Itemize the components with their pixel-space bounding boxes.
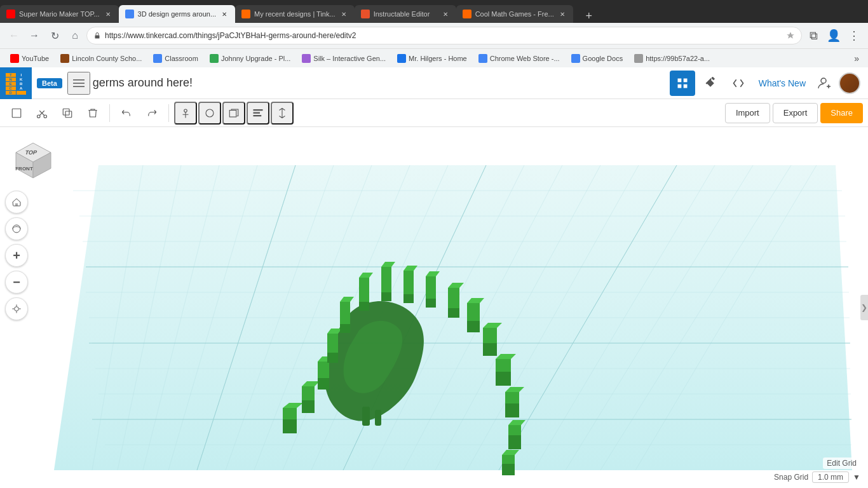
- svg-rect-2: [73, 83, 85, 84]
- tab-close-icon[interactable]: ✕: [558, 10, 567, 18]
- reload-button[interactable]: ↻: [46, 27, 64, 44]
- tab-tinkercad[interactable]: 3D design germs aroun... ✕: [119, 5, 236, 23]
- svg-rect-5: [683, 78, 687, 82]
- zoom-in-button[interactable]: +: [5, 244, 28, 267]
- tab-instructable[interactable]: Instructable Editor ✕: [355, 5, 456, 23]
- menu-icon[interactable]: ⋮: [845, 27, 863, 44]
- bookmark-hilgers[interactable]: Mr. Hilgers - Home: [392, 53, 472, 64]
- bookmark-gdocs[interactable]: Google Docs: [566, 53, 628, 64]
- cut-icon: [36, 107, 48, 119]
- star-icon[interactable]: [786, 31, 795, 40]
- tab-mario[interactable]: Super Mario Maker TOP... ✕: [0, 5, 119, 23]
- bookmark-misc[interactable]: https://99b57a22-a...: [629, 53, 715, 64]
- edit-grid-button[interactable]: Edit Grid: [823, 458, 860, 469]
- zoom-out-button[interactable]: −: [5, 271, 28, 294]
- box-button[interactable]: [222, 102, 245, 125]
- bookmarks-more-button[interactable]: »: [850, 52, 863, 65]
- bookmark-johnny[interactable]: Johnny Upgrade - Pl...: [205, 53, 295, 64]
- bookmark-silk[interactable]: Silk – Interactive Gen...: [297, 53, 391, 64]
- tab-favicon: [361, 10, 370, 18]
- cut-button[interactable]: [31, 102, 53, 125]
- svg-rect-7: [683, 84, 687, 88]
- orbit-button[interactable]: [5, 217, 28, 240]
- svg-rect-8: [711, 77, 715, 80]
- profile-icon[interactable]: 👤: [825, 27, 843, 44]
- tab-close-icon[interactable]: ✕: [441, 10, 450, 18]
- svg-rect-100: [467, 321, 480, 332]
- bookmark-favicon: [60, 54, 69, 63]
- tab-title: 3D design germs aroun...: [138, 10, 217, 18]
- extensions-icon[interactable]: ⧉: [804, 27, 822, 44]
- grid-view-button[interactable]: [670, 71, 695, 96]
- bookmark-lincoln[interactable]: Lincoln County Scho...: [55, 53, 147, 64]
- bookmark-favicon: [210, 54, 219, 63]
- bookmark-youtube[interactable]: YouTube: [5, 53, 54, 64]
- header-right: What's New: [670, 71, 860, 96]
- new-button[interactable]: [5, 102, 28, 125]
- hamburger-button[interactable]: [67, 72, 90, 95]
- flip-button[interactable]: [271, 102, 294, 125]
- svg-rect-20: [254, 115, 262, 116]
- url-bar[interactable]: https://www.tinkercad.com/things/jPaCJtY…: [86, 27, 802, 44]
- align-button[interactable]: [247, 102, 269, 125]
- svg-rect-112: [508, 435, 521, 449]
- back-button[interactable]: ←: [5, 27, 23, 44]
- svg-rect-91: [403, 294, 414, 303]
- copy-button[interactable]: [56, 102, 79, 125]
- bookmark-chrome-store[interactable]: Chrome Web Store -...: [473, 53, 565, 64]
- svg-rect-68: [375, 410, 381, 426]
- undo-button[interactable]: [115, 102, 138, 125]
- bookmark-label: Mr. Hilgers - Home: [409, 55, 467, 62]
- svg-text:TOP: TOP: [24, 149, 37, 156]
- code-button[interactable]: [726, 71, 751, 96]
- shape-button[interactable]: [198, 102, 221, 125]
- import-button[interactable]: Import: [725, 103, 770, 123]
- bookmark-classroom[interactable]: Classroom: [148, 53, 203, 64]
- view-cube-container[interactable]: TOP FRONT: [6, 133, 60, 190]
- forward-button[interactable]: →: [25, 27, 43, 44]
- flip-icon: [276, 107, 288, 119]
- home-view-button[interactable]: [5, 191, 28, 214]
- snap-grid-label: Snap Grid: [774, 473, 808, 482]
- add-user-icon: [817, 76, 832, 91]
- right-panel-handle[interactable]: ❯: [860, 295, 868, 320]
- tab-close-icon[interactable]: ✕: [339, 10, 348, 18]
- svg-rect-90: [403, 271, 414, 294]
- svg-point-27: [13, 225, 20, 233]
- svg-rect-13: [65, 111, 72, 118]
- box-icon: [228, 107, 240, 119]
- main-viewport: TOP FRONT + −: [0, 127, 868, 488]
- user-avatar[interactable]: [839, 72, 860, 94]
- new-tab-button[interactable]: +: [573, 10, 605, 23]
- tab-close-icon[interactable]: ✕: [104, 10, 112, 18]
- bookmark-label: Johnny Upgrade - Pl...: [221, 55, 290, 62]
- viewport-svg: [0, 127, 868, 488]
- undo-icon: [121, 107, 132, 119]
- add-user-button[interactable]: [813, 72, 836, 95]
- svg-point-16: [206, 109, 214, 117]
- svg-rect-85: [359, 302, 369, 311]
- bookmark-favicon: [10, 54, 19, 63]
- share-button[interactable]: Share: [820, 103, 863, 123]
- tab-coolmath[interactable]: Cool Math Games - Fre... ✕: [456, 5, 573, 23]
- home-button[interactable]: ⌂: [66, 27, 84, 44]
- redo-button[interactable]: [140, 102, 163, 125]
- svg-rect-75: [318, 362, 329, 378]
- build-button[interactable]: [698, 71, 723, 96]
- toolbar-separator-2: [168, 104, 169, 122]
- anchor-button[interactable]: [174, 102, 197, 125]
- svg-point-28: [15, 307, 19, 311]
- tab-mydesigns[interactable]: My recent designs | Tink... ✕: [235, 5, 355, 23]
- fit-view-button[interactable]: [5, 297, 28, 320]
- svg-rect-73: [302, 400, 315, 413]
- snap-grid-row: Snap Grid 1.0 mm ▼: [774, 471, 860, 483]
- svg-rect-0: [95, 36, 100, 39]
- tinkercad-logo[interactable]: T I N K E R C A D: [0, 67, 32, 99]
- viewport[interactable]: [0, 127, 868, 488]
- tab-close-icon[interactable]: ✕: [220, 10, 229, 18]
- whats-new-button[interactable]: What's New: [754, 78, 811, 88]
- orbit-icon: [11, 224, 22, 234]
- delete-button[interactable]: [81, 102, 104, 125]
- export-button[interactable]: Export: [773, 103, 818, 123]
- snap-grid-arrow[interactable]: ▼: [853, 473, 860, 482]
